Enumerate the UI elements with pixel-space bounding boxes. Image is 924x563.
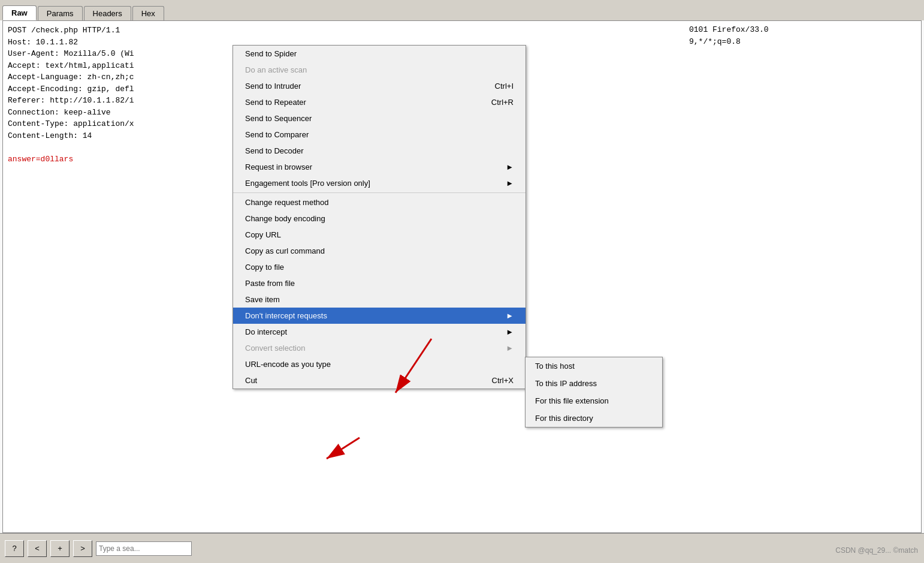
submenu-for-extension[interactable]: For this file extension xyxy=(526,392,662,410)
menu-url-encode[interactable]: URL-encode as you type xyxy=(233,356,526,372)
shortcut-cut: Ctrl+X xyxy=(492,376,514,385)
next-button[interactable]: > xyxy=(73,540,92,557)
menu-send-to-sequencer[interactable]: Send to Sequencer xyxy=(233,110,526,127)
menu-request-in-browser[interactable]: Request in browser ► xyxy=(233,159,526,175)
submenu-to-ip[interactable]: To this IP address xyxy=(526,375,662,392)
context-menu: Send to Spider Do an active scan Send to… xyxy=(232,45,526,389)
submenu-to-host[interactable]: To this host xyxy=(526,357,662,375)
menu-copy-to-file[interactable]: Copy to file xyxy=(233,259,526,275)
right-line-1: 0101 Firefox/33.0 xyxy=(689,24,919,36)
shortcut-repeater: Ctrl+R xyxy=(491,98,514,107)
arrow-icon-browser: ► xyxy=(506,162,514,171)
menu-change-body-encoding[interactable]: Change body encoding xyxy=(233,210,526,227)
menu-active-scan: Do an active scan xyxy=(233,62,526,78)
back-button[interactable]: < xyxy=(28,540,47,557)
shortcut-intruder: Ctrl+I xyxy=(495,82,514,91)
tab-bar: Raw Params Headers Hex xyxy=(0,0,924,20)
menu-save-item[interactable]: Save item xyxy=(233,291,526,308)
tab-raw[interactable]: Raw xyxy=(2,5,37,20)
submenu-for-directory[interactable]: For this directory xyxy=(526,410,662,427)
menu-engagement-tools[interactable]: Engagement tools [Pro version only] ► xyxy=(233,175,526,191)
menu-cut[interactable]: Cut Ctrl+X xyxy=(233,372,526,389)
arrow-icon-engagement: ► xyxy=(506,179,514,188)
menu-copy-url[interactable]: Copy URL xyxy=(233,227,526,243)
right-content: 0101 Firefox/33.0 9,*/*;q=0.8 xyxy=(684,20,924,51)
menu-send-to-comparer[interactable]: Send to Comparer xyxy=(233,127,526,143)
menu-change-request-method[interactable]: Change request method xyxy=(233,194,526,210)
menu-dont-intercept[interactable]: Don't intercept requests ► xyxy=(233,308,526,324)
arrow-icon-do-intercept: ► xyxy=(506,327,514,336)
menu-copy-curl[interactable]: Copy as curl command xyxy=(233,243,526,259)
menu-send-to-intruder[interactable]: Send to Intruder Ctrl+I xyxy=(233,78,526,94)
help-button[interactable]: ? xyxy=(5,540,24,557)
arrow-icon-dont-intercept: ► xyxy=(506,311,514,320)
menu-send-to-decoder[interactable]: Send to Decoder xyxy=(233,143,526,159)
tab-params[interactable]: Params xyxy=(38,6,83,20)
menu-paste-from-file[interactable]: Paste from file xyxy=(233,275,526,291)
tab-hex[interactable]: Hex xyxy=(132,6,164,20)
arrow-icon-convert: ► xyxy=(506,344,514,353)
menu-do-intercept[interactable]: Do intercept ► xyxy=(233,324,526,340)
search-input[interactable] xyxy=(96,541,192,556)
right-line-2: 9,*/*;q=0.8 xyxy=(689,36,919,48)
menu-convert-selection: Convert selection ► xyxy=(233,340,526,356)
separator-1 xyxy=(233,192,526,193)
menu-send-to-spider[interactable]: Send to Spider xyxy=(233,46,526,62)
watermark: CSDN @qq_29... ©match xyxy=(835,546,918,555)
submenu-dont-intercept: To this host To this IP address For this… xyxy=(525,357,663,427)
bottom-bar: ? < + > CSDN @qq_29... ©match xyxy=(0,533,924,563)
forward-button[interactable]: + xyxy=(50,540,70,557)
menu-send-to-repeater[interactable]: Send to Repeater Ctrl+R xyxy=(233,94,526,110)
tab-headers[interactable]: Headers xyxy=(84,6,131,20)
